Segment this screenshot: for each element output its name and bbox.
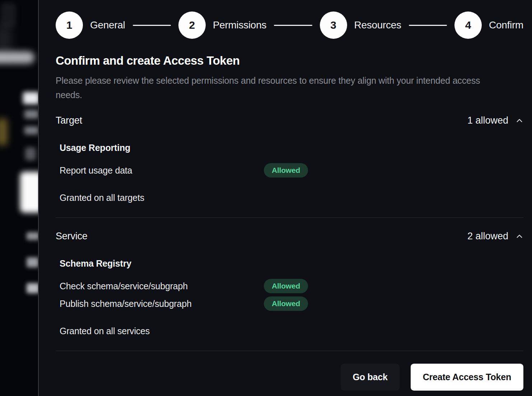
granted-note: Granted on all services <box>56 326 523 336</box>
step-general[interactable]: 1 General <box>56 11 125 39</box>
stepper: 1 General 2 Permissions 3 Resources 4 Co… <box>56 11 523 39</box>
section-target-header[interactable]: Target 1 allowed <box>56 115 523 126</box>
chevron-up-icon[interactable] <box>515 117 523 125</box>
permission-row: Check schema/service/subgraph Allowed <box>60 279 523 293</box>
allowed-count-label: 1 allowed <box>467 115 508 126</box>
allowed-count: 2 allowed <box>467 231 523 242</box>
step-label: General <box>90 19 125 31</box>
permission-row: Publish schema/service/subgraph Allowed <box>60 296 523 311</box>
stepper-connector <box>133 25 171 26</box>
allowed-count: 1 allowed <box>467 115 523 126</box>
step-confirm[interactable]: 4 Confirm <box>454 11 523 39</box>
step-label: Permissions <box>213 19 266 31</box>
create-access-token-panel: 1 General 2 Permissions 3 Resources 4 Co… <box>38 0 532 396</box>
page-description: Please please review the selected permis… <box>56 73 501 102</box>
blurred-shape <box>1 3 16 28</box>
stepper-connector <box>274 25 312 26</box>
blurred-shape <box>20 172 38 213</box>
permission-label: Publish schema/service/subgraph <box>60 299 264 309</box>
permission-row: Report usage data Allowed <box>60 163 523 178</box>
chevron-up-icon[interactable] <box>515 232 523 240</box>
blurred-shape <box>27 257 38 267</box>
step-number-circle: 4 <box>454 11 482 39</box>
page-backdrop <box>0 0 38 396</box>
section-title: Target <box>56 115 82 126</box>
status-badge: Allowed <box>264 296 308 311</box>
permission-label: Check schema/service/subgraph <box>60 281 264 291</box>
step-permissions[interactable]: 2 Permissions <box>178 11 266 39</box>
go-back-button[interactable]: Go back <box>341 364 399 391</box>
section-title: Service <box>56 231 88 242</box>
section-target: Target 1 allowed Usage Reporting Report … <box>56 115 523 218</box>
step-resources[interactable]: 3 Resources <box>320 11 401 39</box>
blurred-shape <box>23 92 38 104</box>
step-label: Confirm <box>489 19 523 31</box>
create-access-token-button[interactable]: Create Access Token <box>411 364 523 391</box>
blurred-shape <box>27 232 38 240</box>
blurred-shape <box>0 119 7 145</box>
blurred-shape <box>27 283 38 293</box>
section-divider <box>56 217 523 218</box>
blurred-shape <box>0 51 34 64</box>
page-title: Confirm and create Access Token <box>56 54 523 68</box>
step-label: Resources <box>354 19 401 31</box>
permission-label: Report usage data <box>60 165 264 176</box>
allowed-count-label: 2 allowed <box>467 231 508 242</box>
step-number-circle: 2 <box>178 11 206 39</box>
blurred-shape <box>25 147 36 160</box>
permission-group-title: Schema Registry <box>60 258 523 269</box>
step-number-circle: 1 <box>56 11 83 39</box>
step-number-circle: 3 <box>320 11 347 39</box>
status-badge: Allowed <box>264 163 308 178</box>
section-service-header[interactable]: Service 2 allowed <box>56 231 523 242</box>
granted-note: Granted on all targets <box>56 193 523 203</box>
blurred-shape <box>24 110 38 119</box>
blurred-shape <box>24 126 38 134</box>
permission-group-title: Usage Reporting <box>60 143 523 153</box>
footer-actions: Go back Create Access Token <box>56 364 523 391</box>
status-badge: Allowed <box>264 279 308 293</box>
section-service: Service 2 allowed Schema Registry Check … <box>56 231 523 351</box>
stepper-connector <box>409 25 447 26</box>
blurred-shape <box>0 25 11 54</box>
footer-divider <box>56 351 523 351</box>
